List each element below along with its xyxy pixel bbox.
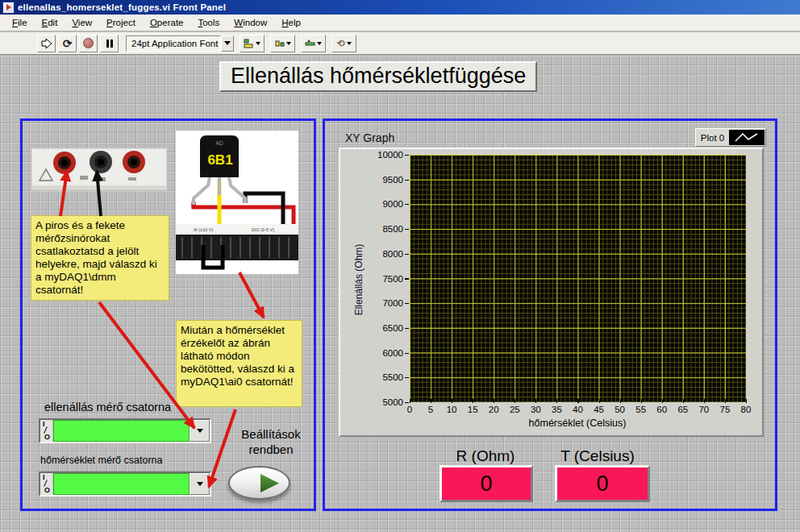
reorder-icon: ⟲ xyxy=(336,38,344,49)
resize-objects-button[interactable] xyxy=(301,35,326,52)
font-selector-dropdown-button[interactable] xyxy=(221,35,234,52)
x-tick-label: 65 xyxy=(677,405,688,414)
io-channel-icon xyxy=(40,420,53,442)
x-tick-label: 60 xyxy=(656,405,667,414)
svg-text:DIO (0-5 V): DIO (0-5 V) xyxy=(252,227,274,232)
chevron-down-icon xyxy=(197,429,203,433)
x-axis-label: hőmérséklet (Celsius) xyxy=(481,418,674,429)
x-tick-label: 15 xyxy=(468,405,478,414)
run-button[interactable] xyxy=(37,35,56,52)
abort-button[interactable] xyxy=(79,35,98,52)
menu-item-edit[interactable]: Edit xyxy=(35,16,65,30)
align-objects-button[interactable] xyxy=(240,35,265,52)
plot-line-swatch-icon xyxy=(729,130,765,145)
terminal-block xyxy=(176,235,298,260)
temperature-indicator: 0 xyxy=(555,465,650,502)
x-tick-label: 0 xyxy=(407,405,412,414)
align-objects-icon xyxy=(244,39,254,48)
x-tick-label: 50 xyxy=(615,405,625,414)
menu-item-help[interactable]: Help xyxy=(274,16,308,30)
x-tick-label: 35 xyxy=(552,405,562,414)
plot-legend-label: Plot 0 xyxy=(696,133,729,143)
chevron-down-icon xyxy=(286,42,291,45)
x-tick-label: 25 xyxy=(510,405,520,414)
menu-item-view[interactable]: View xyxy=(65,16,99,30)
page-title: Ellenállás hőmérsékletfüggése xyxy=(219,61,537,92)
x-tick-label: 30 xyxy=(531,405,541,414)
y-tickmarks xyxy=(405,155,409,403)
y-tick-label: 8000 xyxy=(382,249,403,259)
x-tick-label: 55 xyxy=(635,405,646,414)
x-tickmarks xyxy=(410,399,747,403)
temperature-channel-combo xyxy=(39,472,211,497)
font-selector: 24pt Application Font xyxy=(126,35,234,52)
sensor-wiring-image: AD 6B1 AI (±10 V) DIO (0-5 V) xyxy=(176,131,298,274)
y-tick-label: 7500 xyxy=(382,274,403,284)
front-panel-workspace: Ellenállás hőmérsékletfüggése xyxy=(0,55,800,532)
graph-panel: XY Graph Plot 0 Ellenállás (Ohm) 1000095… xyxy=(323,118,777,511)
run-continuously-icon: ⟳ xyxy=(63,37,73,50)
resistance-channel-combo xyxy=(39,418,211,443)
menu-item-tools[interactable]: Tools xyxy=(190,16,227,30)
labview-front-panel-window: ellenallas_homerseklet_fugges.vi Front P… xyxy=(0,0,800,532)
resize-objects-icon xyxy=(305,39,315,48)
x-tick-label: 80 xyxy=(741,405,752,414)
distribute-objects-button[interactable] xyxy=(270,35,295,52)
sensor-label: 6B1 xyxy=(207,152,232,168)
y-tick-label: 8500 xyxy=(382,224,403,234)
x-tick-label: 20 xyxy=(489,405,499,414)
red-banana-jack xyxy=(53,152,76,174)
labview-vi-icon xyxy=(2,2,15,14)
ok-play-icon xyxy=(260,474,279,493)
temperature-channel-input[interactable] xyxy=(53,473,190,495)
plot-legend[interactable]: Plot 0 xyxy=(695,128,766,147)
menu-bar: FileEditViewProjectOperateToolsWindowHel… xyxy=(0,15,800,31)
pause-button[interactable] xyxy=(100,35,119,52)
distribute-objects-icon xyxy=(274,39,285,48)
reorder-button[interactable]: ⟲ xyxy=(331,35,356,52)
menu-item-project[interactable]: Project xyxy=(99,16,143,30)
temperature-value: 0 xyxy=(596,472,608,497)
resistance-channel-label: ellenállás mérő csatorna xyxy=(44,401,171,414)
dmm-connector-image xyxy=(31,145,167,195)
window-title: ellenallas_homerseklet_fugges.vi Front P… xyxy=(18,2,226,12)
chevron-down-icon xyxy=(347,42,352,45)
io-channel-icon xyxy=(40,473,53,495)
x-tick-label: 40 xyxy=(573,405,583,414)
black-banana-jack xyxy=(90,151,112,173)
chevron-down-icon xyxy=(317,42,322,45)
menu-item-window[interactable]: Window xyxy=(227,16,274,30)
abort-icon xyxy=(83,38,94,48)
y-tick-label: 7000 xyxy=(382,298,403,308)
y-tick-label: 5000 xyxy=(382,397,403,407)
y-axis-ticks: 1000095009000850080007500700065006000550… xyxy=(360,155,403,402)
x-tick-label: 45 xyxy=(594,405,604,414)
y-tick-label: 5500 xyxy=(382,372,403,382)
resistance-indicator: 0 xyxy=(440,465,533,502)
y-tick-label: 9500 xyxy=(382,175,403,185)
xy-graph[interactable]: Ellenállás (Ohm) 10000950090008500800075… xyxy=(339,148,764,437)
xy-graph-title: XY Graph xyxy=(345,131,394,144)
pause-icon xyxy=(106,39,109,48)
svg-text:AD: AD xyxy=(215,140,223,146)
plot-area[interactable] xyxy=(410,155,746,402)
chevron-down-icon xyxy=(256,42,260,45)
resistance-channel-input[interactable] xyxy=(53,420,190,442)
font-selector-value[interactable]: 24pt Application Font xyxy=(126,35,221,52)
title-bar[interactable]: ellenallas_homerseklet_fugges.vi Front P… xyxy=(0,0,800,15)
settings-ok-button[interactable] xyxy=(228,466,290,500)
menu-item-operate[interactable]: Operate xyxy=(143,16,191,30)
menu-item-file[interactable]: File xyxy=(5,16,35,30)
note-dmm-instructions: A piros és a fekete mérőzsinórokat csatl… xyxy=(31,215,169,301)
svg-text:AI (±10 V): AI (±10 V) xyxy=(194,227,214,232)
resistance-channel-dropdown-button[interactable] xyxy=(190,420,210,442)
x-tick-label: 75 xyxy=(720,405,731,414)
toolbar: ⟳ 24pt Application Font ⟲ xyxy=(0,32,800,55)
x-tick-label: 5 xyxy=(428,405,433,414)
resistance-value: 0 xyxy=(480,472,492,497)
red-banana-jack-2 xyxy=(123,151,145,173)
temperature-channel-dropdown-button[interactable] xyxy=(190,473,210,495)
chevron-down-icon xyxy=(224,41,231,45)
run-continuously-button[interactable]: ⟳ xyxy=(58,35,77,52)
y-tick-label: 10000 xyxy=(377,150,403,160)
